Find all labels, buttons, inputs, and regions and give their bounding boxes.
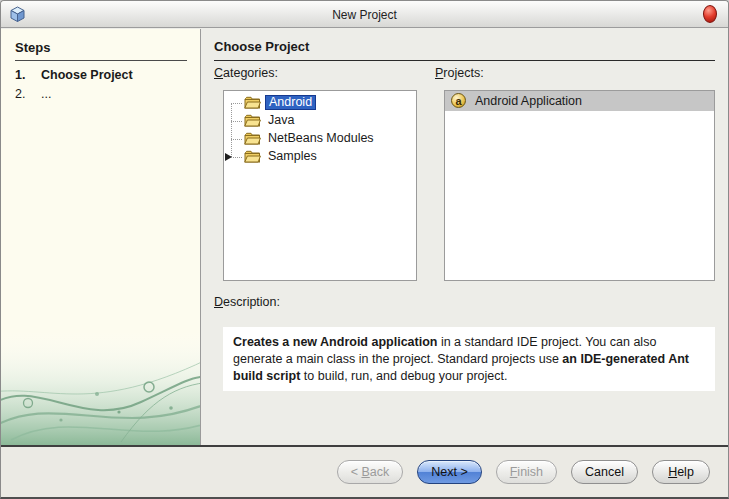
button-bar: < BackNext >FinishCancelHelp [1, 447, 728, 497]
new-project-dialog: New Project Steps 1.Choose Project2.... [0, 0, 729, 499]
category-item-android[interactable]: Android [224, 94, 416, 112]
finish-button[interactable]: Finish [496, 460, 557, 484]
folder-icon [244, 114, 261, 127]
window-title: New Project [1, 8, 728, 22]
project-label: Android Application [475, 94, 582, 108]
category-item-java[interactable]: Java [224, 112, 416, 130]
steps-heading: Steps [15, 40, 187, 61]
step-number: 2. [15, 86, 41, 102]
step-label: Choose Project [41, 67, 133, 83]
categories-tree[interactable]: AndroidJavaNetBeans ModulesSamples [223, 90, 417, 281]
steps-list: 1.Choose Project2.... [15, 67, 190, 105]
step-label: ... [41, 86, 51, 102]
description-paragraph: Creates a new Android application in a s… [233, 334, 705, 385]
category-label[interactable]: Samples [265, 149, 320, 164]
projects-label: Projects: [435, 66, 484, 80]
main-panel: Choose Project Categories: Projects: And… [202, 29, 728, 445]
category-label[interactable]: Android [265, 95, 316, 110]
tree-connector-stub [231, 103, 242, 104]
projects-list[interactable]: aAndroid Application [444, 90, 715, 281]
project-item-android-application[interactable]: aAndroid Application [445, 91, 714, 111]
description-text: Creates a new Android application in a s… [223, 327, 715, 391]
cancel-button[interactable]: Cancel [571, 460, 638, 484]
folder-icon [244, 132, 261, 145]
category-label[interactable]: NetBeans Modules [265, 131, 377, 146]
android-project-icon: a [451, 93, 466, 108]
step-number: 1. [15, 67, 41, 83]
back-button[interactable]: < Back [337, 460, 404, 484]
decorative-swirl-graphic [1, 330, 201, 445]
tree-connector-stub [231, 121, 242, 122]
tree-connector-stub [231, 139, 242, 140]
page-title: Choose Project [214, 39, 715, 61]
category-item-netbeans-modules[interactable]: NetBeans Modules [224, 130, 416, 148]
folder-icon [244, 150, 261, 163]
titlebar[interactable]: New Project [1, 1, 728, 28]
folder-icon [244, 96, 261, 109]
category-label[interactable]: Java [265, 113, 297, 128]
help-button[interactable]: Help [652, 460, 710, 484]
steps-panel: Steps 1.Choose Project2.... [1, 29, 201, 445]
categories-label: Categories: [214, 66, 278, 80]
close-icon[interactable] [703, 5, 717, 23]
tree-connector-stub [231, 157, 242, 158]
next-button[interactable]: Next > [417, 460, 481, 484]
description-label: Description: [214, 295, 280, 309]
wizard-step-choose-project: 1.Choose Project [15, 67, 190, 83]
wizard-step-: 2.... [15, 86, 190, 102]
category-item-samples[interactable]: Samples [224, 148, 416, 166]
